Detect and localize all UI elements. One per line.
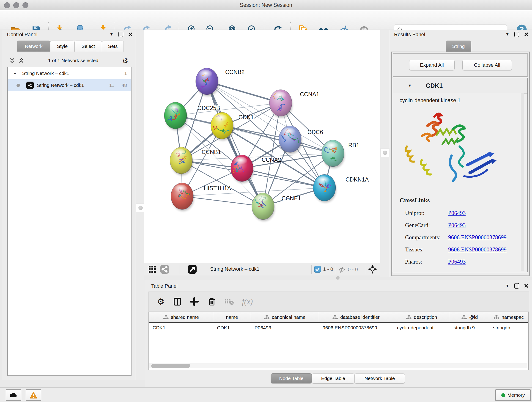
network-graph[interactable]: CCNB2CCNA1CDC25BCDK1CDC6RB1CCNB1CCNA2CDK…: [144, 30, 380, 263]
network-node-CCNA1[interactable]: [269, 89, 292, 118]
column-header-database-identifier[interactable]: database identifier: [319, 312, 393, 322]
collapse-all-button[interactable]: Collapse All: [462, 60, 512, 70]
entry-scrollbar[interactable]: [521, 93, 524, 271]
tab-sets[interactable]: Sets: [102, 41, 124, 51]
network-node-CDC25B[interactable]: [164, 102, 187, 130]
tab-style[interactable]: Style: [50, 41, 75, 51]
cloud-button[interactable]: [6, 389, 21, 401]
table-cell[interactable]: CDK1: [213, 323, 251, 333]
share-view-icon[interactable]: [160, 265, 169, 274]
table-cell[interactable]: cyclin-dependent ...: [393, 323, 450, 333]
network-node-CCNE1[interactable]: [252, 193, 275, 221]
panel-collapse-icon[interactable]: ▼: [505, 283, 509, 288]
crosslink-link[interactable]: P06493: [448, 222, 466, 229]
crosslink-link[interactable]: 9606.ENSP00000378699: [448, 246, 507, 253]
network-canvas[interactable]: CCNB2CCNA1CDC25BCDK1CDC6RB1CCNB1CCNA2CDK…: [144, 30, 380, 263]
crosslink-row: Uniprot:P06493: [405, 207, 515, 219]
tab-network[interactable]: Network: [17, 41, 50, 51]
network-row[interactable]: String Network – cdk1 11 48: [8, 79, 131, 91]
column-header-shared-name[interactable]: shared name: [149, 312, 213, 322]
table-cell[interactable]: stringdb: [489, 323, 528, 333]
crosslink-label: Uniprot:: [405, 210, 448, 216]
table-cell[interactable]: stringdb:9...: [450, 323, 489, 333]
column-header-description[interactable]: description: [393, 312, 450, 322]
left-splitter-handle[interactable]: [136, 203, 145, 212]
column-header-namespac[interactable]: namespac: [489, 312, 528, 322]
table-cell[interactable]: CDK1: [149, 323, 213, 333]
divider: [179, 265, 179, 274]
network-edge-CCNA2-CDKN1A[interactable]: [242, 168, 324, 188]
gene-entry: ▼ CDK1 cyclin-dependent kinase 1: [393, 78, 528, 272]
collapse-all-networks-icon[interactable]: [9, 57, 15, 64]
node-label-CCNA2: CCNA2: [262, 157, 281, 163]
entry-expander-icon[interactable]: ▼: [408, 83, 412, 88]
detach-view-icon[interactable]: [188, 265, 197, 274]
panel-close-icon[interactable]: [524, 284, 528, 288]
network-node-count: 11: [109, 83, 114, 88]
tab-edge-table[interactable]: Edge Table: [312, 373, 355, 383]
string-results-container: Expand All Collapse All ▼ CDK1 cyclin-de…: [391, 51, 530, 276]
right-splitter[interactable]: [380, 30, 390, 277]
column-header-canonical-name[interactable]: canonical name: [251, 312, 319, 322]
crosslink-link[interactable]: P06493: [448, 259, 466, 265]
table-hscrollbar-thumb[interactable]: [151, 364, 190, 368]
column-header--id[interactable]: @id: [450, 312, 489, 322]
selected-checkbox-icon[interactable]: [314, 266, 321, 273]
tab-node-table[interactable]: Node Table: [271, 373, 312, 383]
tab-string[interactable]: String: [446, 41, 471, 51]
panel-collapse-icon[interactable]: ▼: [505, 32, 509, 37]
panel-float-icon[interactable]: [514, 32, 519, 37]
network-edge-count: 48: [122, 83, 127, 88]
network-collection-row[interactable]: ▼ String Network – cdk1 1: [8, 67, 131, 79]
grid-view-icon[interactable]: [148, 265, 157, 274]
navigator-crosshair-icon[interactable]: [368, 264, 377, 274]
tab-network-table[interactable]: Network Table: [355, 373, 405, 383]
table-panel: Table Panel ▼ ⚙ f(x) shared namenamecano…: [145, 280, 532, 387]
network-node-CCNA2[interactable]: [231, 155, 254, 183]
delete-column-icon[interactable]: [207, 297, 216, 306]
panel-float-icon[interactable]: [119, 32, 123, 37]
crosslinks-heading: CrossLinks: [399, 197, 430, 204]
panel-close-icon[interactable]: [524, 32, 528, 36]
title-bar: Session: New Session: [0, 0, 532, 10]
warnings-button[interactable]: [26, 389, 41, 401]
network-node-CCNB1[interactable]: [170, 147, 193, 175]
table-row[interactable]: CDK1CDK1P064939606.ENSP00000378699cyclin…: [149, 323, 528, 333]
crosslink-link[interactable]: 9606.ENSP00000378699: [448, 234, 507, 241]
node-label-CCNE1: CCNE1: [282, 195, 301, 201]
column-header-name[interactable]: name: [213, 312, 251, 322]
right-splitter-handle[interactable]: [380, 148, 389, 157]
left-splitter[interactable]: [136, 30, 145, 380]
network-edge-CCNE1-HIST1H1A[interactable]: [182, 196, 263, 206]
table-panel-title: Table Panel: [151, 283, 177, 289]
gene-entry-header[interactable]: ▼ CDK1: [393, 78, 527, 94]
show-columns-icon[interactable]: [173, 297, 182, 306]
horizontal-splitter[interactable]: [144, 275, 380, 280]
horizontal-splitter-handle[interactable]: [336, 276, 340, 280]
table-cell[interactable]: 9606.ENSP00000378699: [319, 323, 393, 333]
tree-expander-icon[interactable]: ▼: [13, 71, 17, 75]
network-node-HIST1H1A[interactable]: [171, 183, 194, 211]
network-node-RB1[interactable]: [322, 140, 345, 168]
crosslink-link[interactable]: P06493: [448, 210, 466, 216]
table-hscrollbar[interactable]: [149, 363, 527, 368]
network-node-CCNB2[interactable]: [196, 68, 219, 96]
network-options-gear-icon[interactable]: ⚙: [122, 57, 128, 65]
expand-all-networks-icon[interactable]: [18, 57, 24, 64]
window-title: Session: New Session: [0, 2, 532, 8]
add-column-icon[interactable]: [190, 297, 199, 306]
memory-button[interactable]: Memory: [495, 389, 531, 401]
table-header-row: shared namenamecanonical namedatabase id…: [149, 312, 528, 323]
network-node-CDKN1A[interactable]: [313, 174, 336, 203]
table-settings-gear-icon[interactable]: ⚙: [157, 297, 165, 307]
network-node-CDK1[interactable]: [211, 112, 234, 140]
panel-float-icon[interactable]: [514, 283, 519, 288]
table-cell[interactable]: P06493: [251, 323, 319, 333]
expand-all-button[interactable]: Expand All: [409, 60, 455, 70]
delete-table-icon: [224, 297, 234, 306]
tab-select[interactable]: Select: [75, 41, 102, 51]
panel-close-icon[interactable]: [128, 32, 133, 36]
node-label-CCNB1: CCNB1: [202, 149, 221, 155]
results-panel-title: Results Panel: [394, 32, 425, 38]
panel-collapse-icon[interactable]: ▼: [109, 32, 114, 37]
